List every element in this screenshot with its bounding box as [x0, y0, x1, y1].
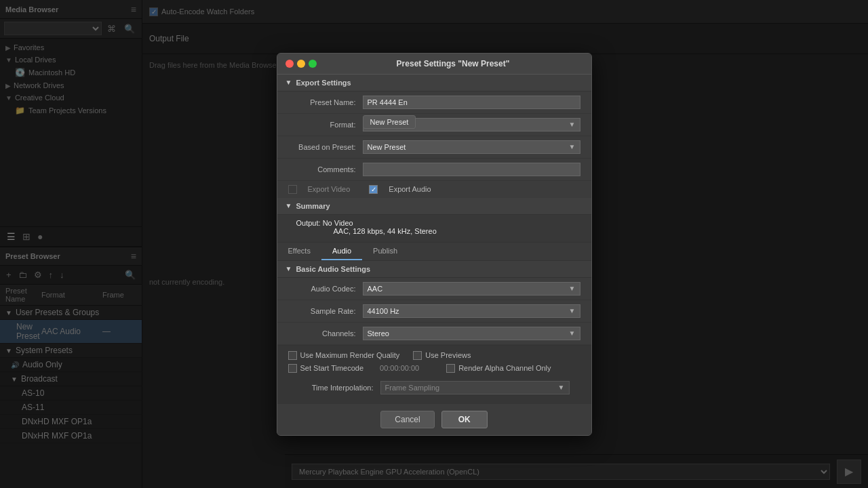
max-render-checkbox[interactable] — [288, 351, 297, 360]
render-alpha-item: Render Alpha Channel Only — [446, 364, 551, 373]
output-no-video: No Video — [323, 219, 353, 227]
close-window-button[interactable] — [285, 60, 294, 68]
export-settings-label: Export Settings — [296, 79, 351, 87]
time-interpolation-row: Time Interpolation: Frame Sampling ▼ — [288, 377, 580, 399]
minimize-window-button[interactable] — [297, 60, 305, 68]
summary-label: Summary — [296, 202, 330, 210]
max-render-item: Use Maximum Render Quality — [288, 351, 400, 360]
start-timecode-label: Set Start Timecode — [300, 364, 364, 372]
sample-rate-arrow-icon: ▼ — [569, 307, 576, 314]
basic-audio-header[interactable]: ▼ Basic Audio Settings — [277, 261, 591, 278]
bottom-options: Use Maximum Render Quality Use Previews … — [277, 345, 591, 404]
audio-codec-select[interactable]: AAC ▼ — [363, 282, 580, 296]
summary-chevron-icon: ▼ — [285, 202, 292, 209]
basic-audio-label: Basic Audio Settings — [296, 265, 370, 273]
sample-rate-select[interactable]: 44100 Hz ▼ — [363, 304, 580, 318]
render-alpha-label: Render Alpha Channel Only — [458, 364, 551, 372]
export-options-row: Export Video ✓ Export Audio — [277, 181, 591, 198]
use-previews-item: Use Previews — [413, 351, 471, 360]
export-settings-chevron-icon: ▼ — [285, 79, 292, 86]
tab-audio[interactable]: Audio — [321, 243, 362, 260]
modal-title: Preset Settings "New Preset" — [323, 59, 583, 68]
preset-name-input[interactable] — [363, 96, 580, 109]
channels-row: Channels: Stereo ▼ — [277, 323, 591, 345]
audio-codec-value: AAC — [368, 285, 383, 293]
audio-codec-row: Audio Codec: AAC ▼ — [277, 278, 591, 300]
tab-effects[interactable]: Effects — [277, 243, 321, 260]
start-timecode-checkbox[interactable] — [288, 364, 297, 373]
modal-titlebar: Preset Settings "New Preset" — [277, 54, 591, 75]
use-previews-label: Use Previews — [425, 351, 471, 359]
summary-section: Output: No Video AAC, 128 kbps, 44 kHz, … — [277, 215, 591, 243]
modal-tabs: Effects Audio Publish — [277, 243, 591, 261]
format-label: Format: — [288, 121, 363, 129]
start-timecode-item: Set Start Timecode — [288, 364, 364, 373]
based-on-preset-row: Based on Preset: New Preset ▼ — [277, 136, 591, 159]
output-label: Output: — [296, 219, 321, 227]
export-audio-label: Export Audio — [389, 185, 431, 193]
channels-select[interactable]: Stereo ▼ — [363, 327, 580, 340]
preset-settings-dialog: Preset Settings "New Preset" ▼ Export Se… — [277, 53, 592, 436]
export-video-checkbox[interactable] — [288, 185, 297, 194]
sample-rate-value: 44100 Hz — [368, 307, 399, 315]
basic-audio-chevron-icon: ▼ — [285, 265, 292, 272]
based-on-value: New Preset — [368, 143, 406, 151]
time-interpolation-label: Time Interpolation: — [299, 384, 374, 392]
timecode-options-row: Set Start Timecode 00:00:00:00 Render Al… — [288, 364, 580, 373]
based-on-label: Based on Preset: — [288, 143, 363, 151]
max-render-label: Use Maximum Render Quality — [300, 351, 400, 359]
summary-header[interactable]: ▼ Summary — [277, 198, 591, 215]
sample-rate-label: Sample Rate: — [288, 307, 363, 315]
export-settings-header[interactable]: ▼ Export Settings — [277, 75, 591, 92]
channels-arrow-icon: ▼ — [569, 329, 576, 337]
ok-button[interactable]: OK — [441, 411, 488, 428]
codec-arrow-icon: ▼ — [569, 285, 576, 292]
based-on-arrow-icon: ▼ — [569, 143, 576, 150]
channels-value: Stereo — [368, 329, 389, 338]
channels-label: Channels: — [288, 329, 363, 338]
export-video-label: Export Video — [308, 185, 351, 193]
output-audio-detail: AAC, 128 kbps, 44 kHz, Stereo — [296, 227, 580, 235]
based-on-select[interactable]: New Preset ▼ — [363, 140, 580, 154]
audio-codec-label: Audio Codec: — [288, 285, 363, 293]
use-previews-checkbox[interactable] — [413, 351, 422, 360]
timecode-value: 00:00:00:00 — [380, 364, 419, 372]
tab-publish[interactable]: Publish — [362, 243, 408, 260]
preset-name-label: Preset Name: — [288, 98, 363, 106]
summary-output: Output: No Video AAC, 128 kbps, 44 kHz, … — [288, 219, 580, 235]
modal-overlay: Preset Settings "New Preset" ▼ Export Se… — [0, 0, 868, 488]
cancel-button[interactable]: Cancel — [380, 411, 434, 428]
time-interpolation-value: Frame Sampling — [385, 384, 440, 392]
format-row: Format: AAC Audio ▼ New Preset — [277, 114, 591, 136]
preset-name-row: Preset Name: — [277, 92, 591, 114]
export-audio-checkbox[interactable]: ✓ — [369, 185, 378, 194]
comments-label: Comments: — [288, 165, 363, 174]
sample-rate-row: Sample Rate: 44100 Hz ▼ — [277, 300, 591, 323]
format-arrow-icon: ▼ — [569, 121, 576, 128]
time-interpolation-select[interactable]: Frame Sampling ▼ — [380, 381, 570, 394]
traffic-lights — [285, 60, 317, 68]
modal-footer: Cancel OK — [277, 404, 591, 435]
maximize-window-button[interactable] — [309, 60, 317, 68]
render-options-row: Use Maximum Render Quality Use Previews — [288, 351, 580, 360]
time-interp-arrow-icon: ▼ — [558, 384, 565, 391]
comments-input[interactable] — [363, 163, 580, 176]
render-alpha-checkbox[interactable] — [446, 364, 455, 373]
comments-row: Comments: — [277, 159, 591, 181]
new-preset-badge: New Preset — [363, 115, 416, 129]
